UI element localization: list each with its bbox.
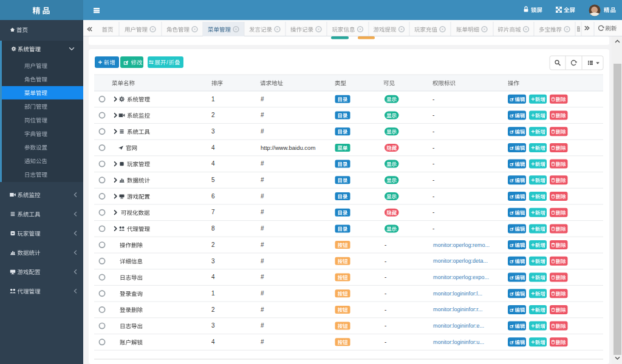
svg-text:#: # [261, 274, 264, 280]
svg-text:2: 2 [211, 306, 215, 313]
svg-text:-: - [432, 112, 434, 118]
svg-text:3: 3 [211, 322, 215, 329]
svg-text:4: 4 [211, 160, 215, 167]
svg-text:-: - [432, 209, 434, 215]
svg-text:7: 7 [211, 209, 215, 215]
svg-text:#: # [261, 241, 264, 248]
svg-text:3: 3 [211, 258, 215, 265]
svg-text:monitor:operlog:remo...: monitor:operlog:remo... [433, 242, 490, 248]
svg-text:http://www.baidu.com: http://www.baidu.com [261, 144, 315, 151]
svg-text:#: # [261, 112, 264, 118]
svg-text:-: - [384, 339, 386, 345]
svg-text:monitor:operlog:expo...: monitor:operlog:expo... [433, 274, 489, 280]
svg-text:monitor:logininfor:u...: monitor:logininfor:u... [433, 339, 484, 345]
svg-text:-: - [384, 258, 386, 265]
svg-text:2: 2 [211, 241, 215, 248]
svg-text:-: - [432, 144, 434, 151]
svg-text:#: # [261, 290, 264, 297]
svg-text:3: 3 [211, 128, 215, 135]
svg-text:1: 1 [211, 96, 215, 103]
svg-text:-: - [432, 225, 434, 232]
svg-text:-: - [432, 193, 434, 200]
svg-text:-: - [432, 177, 434, 183]
svg-text:-: - [432, 160, 434, 167]
svg-text:#: # [261, 225, 264, 232]
svg-text:-: - [384, 290, 386, 297]
svg-text:1: 1 [211, 290, 215, 297]
svg-text:#: # [261, 209, 264, 215]
svg-text:-: - [432, 96, 434, 103]
svg-text:#: # [261, 193, 264, 200]
svg-text:#: # [261, 160, 264, 167]
svg-text:4: 4 [211, 144, 215, 151]
svg-text:monitor:logininfor:l...: monitor:logininfor:l... [433, 291, 482, 297]
svg-text:#: # [261, 177, 264, 183]
svg-text:#: # [261, 258, 264, 265]
svg-text:-: - [384, 306, 386, 313]
svg-text:-: - [432, 128, 434, 135]
svg-text:2: 2 [211, 112, 215, 118]
svg-text:monitor:logininfor:e...: monitor:logininfor:e... [433, 323, 484, 329]
svg-text:8: 8 [211, 225, 215, 232]
svg-text:#: # [261, 128, 264, 135]
svg-text:#: # [261, 96, 264, 103]
svg-text:-: - [384, 241, 386, 248]
svg-text:5: 5 [211, 177, 215, 183]
svg-text:6: 6 [211, 193, 215, 200]
svg-text:monitor:logininfor:r...: monitor:logininfor:r... [433, 306, 483, 312]
svg-text:4: 4 [211, 274, 215, 280]
svg-text:monitor:operlog:deta...: monitor:operlog:deta... [433, 258, 488, 264]
svg-text:#: # [261, 322, 264, 329]
svg-text:/: / [166, 59, 168, 66]
svg-text:-: - [384, 322, 386, 329]
svg-text:-: - [384, 274, 386, 280]
svg-text:4: 4 [211, 339, 215, 345]
svg-text:#: # [261, 306, 264, 313]
svg-text:#: # [261, 339, 264, 345]
